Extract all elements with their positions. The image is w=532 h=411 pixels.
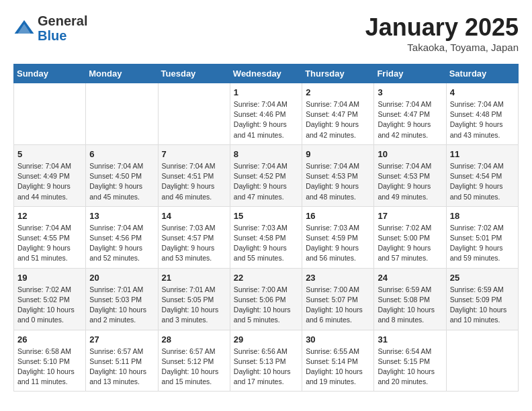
logo: General Blue <box>13 13 87 43</box>
calendar-cell: 17Sunrise: 7:02 AM Sunset: 5:00 PM Dayli… <box>374 206 446 268</box>
day-number: 31 <box>378 334 442 345</box>
calendar-cell <box>158 83 230 145</box>
calendar-cell: 1Sunrise: 7:04 AM Sunset: 4:46 PM Daylig… <box>230 83 302 145</box>
calendar-week-row: 5Sunrise: 7:04 AM Sunset: 4:49 PM Daylig… <box>14 144 519 206</box>
calendar-cell: 31Sunrise: 6:54 AM Sunset: 5:15 PM Dayli… <box>374 330 446 392</box>
calendar-cell: 5Sunrise: 7:04 AM Sunset: 4:49 PM Daylig… <box>14 144 86 206</box>
day-number: 29 <box>234 334 298 345</box>
weekday-header-wednesday: Wednesday <box>230 64 302 83</box>
day-number: 13 <box>89 211 154 221</box>
calendar-cell: 6Sunrise: 7:04 AM Sunset: 4:50 PM Daylig… <box>86 144 158 206</box>
calendar-body: 1Sunrise: 7:04 AM Sunset: 4:46 PM Daylig… <box>14 83 519 392</box>
cell-info: Sunrise: 6:55 AM Sunset: 5:14 PM Dayligh… <box>306 347 370 387</box>
day-number: 20 <box>89 273 154 283</box>
weekday-header-row: SundayMondayTuesdayWednesdayThursdayFrid… <box>14 64 519 83</box>
cell-info: Sunrise: 7:02 AM Sunset: 5:02 PM Dayligh… <box>17 285 82 326</box>
cell-info: Sunrise: 7:03 AM Sunset: 4:58 PM Dayligh… <box>234 223 298 264</box>
day-number: 2 <box>306 87 370 97</box>
cell-info: Sunrise: 7:04 AM Sunset: 4:46 PM Dayligh… <box>234 99 298 140</box>
day-number: 17 <box>378 211 442 221</box>
calendar-cell: 3Sunrise: 7:04 AM Sunset: 4:47 PM Daylig… <box>374 83 446 145</box>
cell-info: Sunrise: 7:00 AM Sunset: 5:07 PM Dayligh… <box>306 285 370 326</box>
cell-info: Sunrise: 7:01 AM Sunset: 5:03 PM Dayligh… <box>89 285 154 326</box>
cell-info: Sunrise: 7:04 AM Sunset: 4:47 PM Dayligh… <box>378 99 442 140</box>
weekday-header-sunday: Sunday <box>14 64 86 83</box>
calendar-cell <box>86 83 158 145</box>
cell-info: Sunrise: 7:04 AM Sunset: 4:50 PM Dayligh… <box>89 161 154 202</box>
calendar-cell: 9Sunrise: 7:04 AM Sunset: 4:53 PM Daylig… <box>302 144 374 206</box>
cell-info: Sunrise: 6:57 AM Sunset: 5:12 PM Dayligh… <box>162 347 226 387</box>
day-number: 22 <box>234 273 298 283</box>
cell-info: Sunrise: 7:04 AM Sunset: 4:55 PM Dayligh… <box>17 223 82 264</box>
cell-info: Sunrise: 7:03 AM Sunset: 4:57 PM Dayligh… <box>162 223 226 264</box>
calendar-cell: 14Sunrise: 7:03 AM Sunset: 4:57 PM Dayli… <box>158 206 230 268</box>
cell-info: Sunrise: 7:02 AM Sunset: 5:01 PM Dayligh… <box>450 223 515 264</box>
weekday-header-thursday: Thursday <box>302 64 374 83</box>
calendar-cell: 27Sunrise: 6:57 AM Sunset: 5:11 PM Dayli… <box>86 330 158 392</box>
cell-info: Sunrise: 7:04 AM Sunset: 4:56 PM Dayligh… <box>89 223 154 264</box>
day-number: 14 <box>162 211 226 221</box>
calendar-title: January 2025 <box>365 13 519 42</box>
calendar-week-row: 1Sunrise: 7:04 AM Sunset: 4:46 PM Daylig… <box>14 83 519 145</box>
calendar-cell: 21Sunrise: 7:01 AM Sunset: 5:05 PM Dayli… <box>158 268 230 330</box>
title-block: January 2025 Takaoka, Toyama, Japan <box>365 13 519 53</box>
cell-info: Sunrise: 7:04 AM Sunset: 4:52 PM Dayligh… <box>234 161 298 202</box>
day-number: 19 <box>17 273 82 283</box>
calendar-cell: 30Sunrise: 6:55 AM Sunset: 5:14 PM Dayli… <box>302 330 374 392</box>
logo-icon <box>13 17 35 39</box>
logo-blue-text: Blue <box>38 28 87 43</box>
calendar-cell: 19Sunrise: 7:02 AM Sunset: 5:02 PM Dayli… <box>14 268 86 330</box>
day-number: 24 <box>378 273 442 283</box>
calendar-cell <box>446 330 518 392</box>
day-number: 26 <box>17 334 82 345</box>
calendar-cell <box>14 83 86 145</box>
calendar-table: SundayMondayTuesdayWednesdayThursdayFrid… <box>13 64 519 392</box>
day-number: 25 <box>450 273 515 283</box>
calendar-cell: 16Sunrise: 7:03 AM Sunset: 4:59 PM Dayli… <box>302 206 374 268</box>
calendar-cell: 29Sunrise: 6:56 AM Sunset: 5:13 PM Dayli… <box>230 330 302 392</box>
calendar-cell: 7Sunrise: 7:04 AM Sunset: 4:51 PM Daylig… <box>158 144 230 206</box>
cell-info: Sunrise: 7:04 AM Sunset: 4:54 PM Dayligh… <box>450 161 515 202</box>
calendar-cell: 26Sunrise: 6:58 AM Sunset: 5:10 PM Dayli… <box>14 330 86 392</box>
day-number: 23 <box>306 273 370 283</box>
calendar-cell: 22Sunrise: 7:00 AM Sunset: 5:06 PM Dayli… <box>230 268 302 330</box>
calendar-cell: 11Sunrise: 7:04 AM Sunset: 4:54 PM Dayli… <box>446 144 518 206</box>
cell-info: Sunrise: 7:04 AM Sunset: 4:48 PM Dayligh… <box>450 99 515 140</box>
cell-info: Sunrise: 7:03 AM Sunset: 4:59 PM Dayligh… <box>306 223 370 264</box>
cell-info: Sunrise: 7:04 AM Sunset: 4:51 PM Dayligh… <box>162 161 226 202</box>
calendar-cell: 15Sunrise: 7:03 AM Sunset: 4:58 PM Dayli… <box>230 206 302 268</box>
cell-info: Sunrise: 7:04 AM Sunset: 4:53 PM Dayligh… <box>306 161 370 202</box>
day-number: 5 <box>17 149 82 159</box>
calendar-subtitle: Takaoka, Toyama, Japan <box>365 42 519 53</box>
weekday-header-saturday: Saturday <box>446 64 518 83</box>
calendar-cell: 8Sunrise: 7:04 AM Sunset: 4:52 PM Daylig… <box>230 144 302 206</box>
calendar-week-row: 26Sunrise: 6:58 AM Sunset: 5:10 PM Dayli… <box>14 330 519 392</box>
calendar-cell: 28Sunrise: 6:57 AM Sunset: 5:12 PM Dayli… <box>158 330 230 392</box>
day-number: 4 <box>450 87 515 97</box>
calendar-week-row: 19Sunrise: 7:02 AM Sunset: 5:02 PM Dayli… <box>14 268 519 330</box>
day-number: 10 <box>378 149 442 159</box>
cell-info: Sunrise: 7:00 AM Sunset: 5:06 PM Dayligh… <box>234 285 298 326</box>
cell-info: Sunrise: 7:04 AM Sunset: 4:47 PM Dayligh… <box>306 99 370 140</box>
day-number: 16 <box>306 211 370 221</box>
cell-info: Sunrise: 6:54 AM Sunset: 5:15 PM Dayligh… <box>378 347 442 387</box>
calendar-cell: 23Sunrise: 7:00 AM Sunset: 5:07 PM Dayli… <box>302 268 374 330</box>
day-number: 9 <box>306 149 370 159</box>
weekday-header-friday: Friday <box>374 64 446 83</box>
day-number: 1 <box>234 87 298 97</box>
calendar-cell: 2Sunrise: 7:04 AM Sunset: 4:47 PM Daylig… <box>302 83 374 145</box>
calendar-cell: 25Sunrise: 6:59 AM Sunset: 5:09 PM Dayli… <box>446 268 518 330</box>
calendar-cell: 4Sunrise: 7:04 AM Sunset: 4:48 PM Daylig… <box>446 83 518 145</box>
calendar-header: SundayMondayTuesdayWednesdayThursdayFrid… <box>14 64 519 83</box>
calendar-week-row: 12Sunrise: 7:04 AM Sunset: 4:55 PM Dayli… <box>14 206 519 268</box>
cell-info: Sunrise: 7:01 AM Sunset: 5:05 PM Dayligh… <box>162 285 226 326</box>
cell-info: Sunrise: 6:59 AM Sunset: 5:08 PM Dayligh… <box>378 285 442 326</box>
calendar-cell: 13Sunrise: 7:04 AM Sunset: 4:56 PM Dayli… <box>86 206 158 268</box>
day-number: 7 <box>162 149 226 159</box>
day-number: 21 <box>162 273 226 283</box>
day-number: 28 <box>162 334 226 345</box>
calendar-cell: 10Sunrise: 7:04 AM Sunset: 4:53 PM Dayli… <box>374 144 446 206</box>
day-number: 8 <box>234 149 298 159</box>
day-number: 6 <box>89 149 154 159</box>
cell-info: Sunrise: 6:56 AM Sunset: 5:13 PM Dayligh… <box>234 347 298 387</box>
